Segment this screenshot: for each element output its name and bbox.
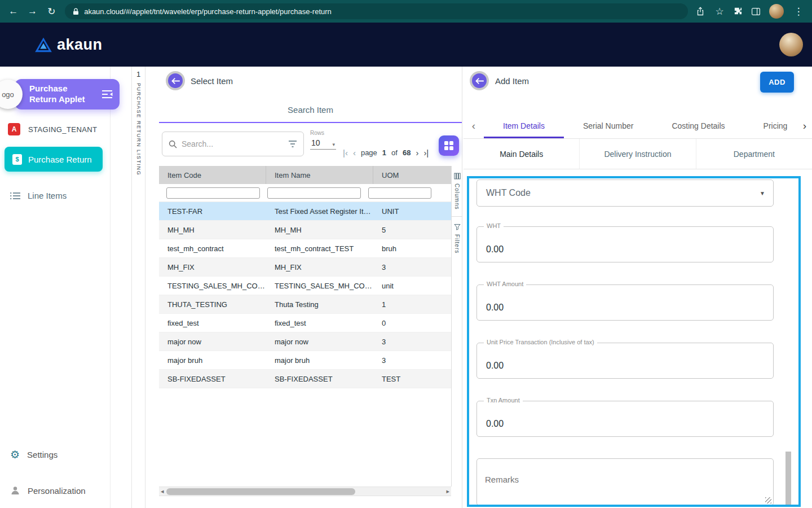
user-avatar[interactable] [779, 33, 803, 56]
gear-icon: ⚙ [10, 449, 20, 460]
tab-serial-number[interactable]: Serial Number [564, 113, 652, 138]
column-header-item-code: Item Code [159, 166, 266, 184]
table-row[interactable]: major bruh major bruh 3 [159, 351, 451, 370]
search-input[interactable] [182, 139, 284, 148]
txn-amount-field[interactable]: Txn Amount 0.00 [476, 401, 774, 437]
horizontal-scrollbar[interactable]: ◂ ▸ [159, 487, 451, 496]
highlighted-form-area: WHT Code ▼ WHT 0.00 WHT Amount 0.00 Unit… [467, 176, 801, 507]
wht-code-select[interactable]: WHT Code ▼ [476, 179, 774, 207]
cell-uom: UNIT [373, 207, 451, 216]
table-row[interactable]: fixed_test fixed_test 0 [159, 314, 451, 332]
search-icon [169, 140, 177, 148]
tab-item-details[interactable]: Item Details [484, 113, 564, 138]
rows-value: 10 [311, 138, 320, 147]
filter-lines-icon[interactable] [288, 140, 297, 148]
cell-item-code: THUTA_TESTING [159, 300, 266, 309]
table-row[interactable]: major now major now 3 [159, 332, 451, 351]
unit-price-transaction-field[interactable]: Unit Price Transaction (Inclusive of tax… [476, 343, 774, 379]
filter-input-item-code[interactable] [166, 187, 260, 199]
filter-input-uom[interactable] [368, 187, 431, 199]
remarks-label: Remarks [485, 475, 519, 484]
add-button[interactable]: ADD [760, 72, 794, 93]
browser-back-icon[interactable]: ← [8, 6, 19, 17]
cell-item-code: major bruh [159, 356, 266, 365]
cell-uom: bruh [373, 244, 451, 253]
table-row[interactable]: SB-FIXEDASSET SB-FIXEDASSET TEST [159, 370, 451, 388]
subtab-department[interactable]: Department [696, 139, 812, 169]
tenant-row[interactable]: A STAGING_TENANT [8, 123, 97, 135]
applet-title-pill[interactable]: Purchase Return Applet [15, 79, 120, 110]
wht-label: WHT [484, 222, 504, 229]
cell-item-code: MH_MH [159, 226, 266, 234]
remarks-textarea[interactable]: Remarks [476, 458, 774, 506]
chevron-down-icon: ▼ [760, 190, 765, 196]
sidebar-item-line-items[interactable]: Line Items [10, 191, 67, 200]
cell-uom: 3 [373, 338, 451, 346]
share-icon[interactable] [696, 7, 705, 16]
first-page-icon[interactable]: |‹ [343, 148, 348, 157]
browser-menu-icon[interactable]: ⋮ [793, 6, 804, 17]
grid-view-button[interactable] [439, 135, 459, 156]
panel-title: Select Item [191, 76, 233, 86]
cell-item-name: major now [266, 338, 373, 346]
last-page-icon[interactable]: ›| [423, 148, 429, 157]
columns-tool[interactable]: Columns [452, 166, 462, 209]
filters-tool[interactable]: Filters [452, 217, 462, 253]
table-row[interactable]: MH_MH MH_MH 5 [159, 221, 451, 239]
next-page-icon[interactable]: › [416, 148, 418, 157]
scroll-left-icon[interactable]: ◂ [161, 488, 164, 495]
vertical-scrollbar-thumb[interactable] [785, 452, 791, 505]
cell-item-name: test_mh_contract_TEST [266, 244, 373, 253]
subtab-delivery-instruction[interactable]: Delivery Instruction [580, 139, 696, 169]
cell-uom: 5 [373, 226, 451, 234]
lock-icon [73, 8, 79, 15]
table-row[interactable]: test_mh_contract test_mh_contract_TEST b… [159, 239, 451, 258]
receipt-icon: $ [12, 154, 22, 165]
filter-input-item-name[interactable] [267, 187, 361, 199]
tab-costing-details[interactable]: Costing Details [652, 113, 744, 138]
table-row[interactable]: TESTING_SALES_MH_CONTRACT TESTING_SALES_… [159, 277, 451, 295]
back-button[interactable] [166, 71, 185, 90]
prev-page-icon[interactable]: ‹ [353, 148, 356, 157]
search-box[interactable] [162, 132, 304, 156]
cell-uom: TEST [373, 375, 451, 383]
scrollbar-thumb[interactable] [166, 488, 355, 495]
list-icon [10, 192, 20, 200]
subtab-main-details[interactable]: Main Details [464, 139, 580, 169]
sidebar: Purchase Return Applet ogo A STAGING_TEN… [0, 67, 111, 508]
cell-item-code: fixed_test [159, 319, 266, 327]
scroll-right-icon[interactable]: ▸ [446, 488, 449, 495]
wht-amount-field[interactable]: WHT Amount 0.00 [476, 284, 774, 321]
back-button[interactable] [470, 71, 489, 90]
tenant-name: STAGING_TENANT [28, 125, 97, 134]
table-row[interactable]: MH_FIX MH_FIX 3 [159, 258, 451, 277]
sidebar-item-personalization[interactable]: Personalization [10, 485, 86, 496]
pagination: |‹ ‹ page 1 of 68 › ›| [343, 146, 429, 159]
table-side-toolbar: Columns Filters [451, 166, 462, 487]
browser-profile-avatar[interactable] [769, 4, 784, 19]
address-bar[interactable]: akaun.cloud/#/applet/tnt/wavelet/erp/pur… [65, 3, 688, 19]
wht-value: 0.00 [486, 244, 504, 255]
cell-item-name: SB-FIXEDASSET [266, 375, 373, 383]
cell-item-name: TESTING_SALES_MH_CONTRACT [266, 282, 373, 290]
browser-window-icon[interactable] [752, 8, 760, 15]
browser-reload-icon[interactable]: ↻ [46, 6, 57, 17]
sidebar-item-settings[interactable]: ⚙ Settings [10, 449, 58, 460]
bookmark-star-icon[interactable]: ☆ [714, 6, 725, 17]
wht-field[interactable]: WHT 0.00 [476, 226, 774, 262]
cell-uom: unit [373, 282, 451, 290]
collapse-menu-icon[interactable] [102, 90, 113, 99]
step-column-listing[interactable]: 1 PURCHASE RETURN LISTING [131, 67, 145, 508]
screen: ← → ↻ akaun.cloud/#/applet/tnt/wavelet/e… [0, 0, 812, 508]
table-row[interactable]: TEST-FAR Test Fixed Asset Register Item … [159, 202, 451, 221]
sidebar-item-purchase-return[interactable]: $ Purchase Return [5, 147, 103, 172]
resize-grip-icon[interactable] [765, 497, 771, 503]
cell-item-code: TEST-FAR [159, 207, 266, 216]
browser-forward-icon[interactable]: → [27, 6, 38, 17]
table-row[interactable]: THUTA_TESTING Thuta Testing 1 [159, 295, 451, 314]
rows-per-page-select[interactable]: Rows 10 ▾ [310, 130, 338, 150]
tabs-scroll-right-icon[interactable]: › [788, 113, 812, 138]
extensions-puzzle-icon[interactable] [734, 7, 743, 16]
tabs-scroll-left-icon[interactable]: ‹ [464, 120, 484, 132]
column-header-item-name: Item Name [266, 166, 373, 184]
